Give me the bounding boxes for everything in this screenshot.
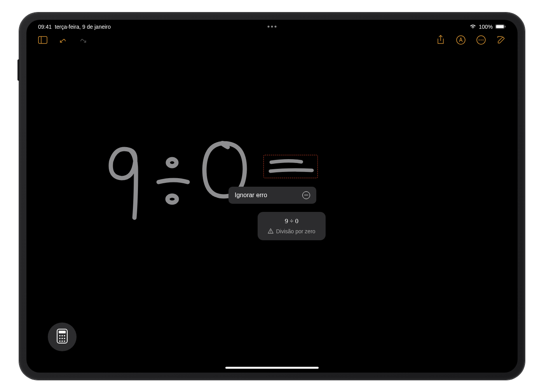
error-detail-card: 9 ÷ 0 Divisão por zero [258,212,326,240]
ipad-device-frame: 09:41 terça-feira, 9 de janeiro 100% [19,13,525,380]
calculator-button[interactable] [48,323,77,351]
status-date: terça-feira, 9 de janeiro [55,24,111,30]
sidebar-toggle-icon[interactable] [38,35,47,45]
ignore-error-popup[interactable]: Ignorar erro [228,187,316,204]
svg-point-18 [64,335,65,336]
error-expression: 9 ÷ 0 [265,217,318,225]
battery-icon [495,24,506,29]
status-bar-left: 09:41 terça-feira, 9 de janeiro [38,24,111,30]
status-bar-right: 100% [469,24,506,30]
share-icon[interactable] [436,35,445,45]
svg-rect-1 [496,25,504,28]
wifi-icon [469,24,476,29]
redo-icon [78,35,88,45]
error-highlight[interactable] [263,155,318,178]
canvas-area[interactable]: Ignorar erro 9 ÷ 0 Divisão por zero [26,55,518,373]
undo-icon[interactable] [58,35,68,45]
screen: 09:41 terça-feira, 9 de janeiro 100% [26,20,518,373]
svg-rect-15 [59,331,66,333]
more-icon[interactable] [476,35,486,45]
compose-icon[interactable] [497,35,506,45]
svg-point-19 [59,338,61,339]
svg-rect-2 [505,26,506,28]
ignore-error-label: Ignorar erro [235,192,267,199]
multitasking-dots[interactable] [268,26,277,28]
error-message-row: Divisão por zero [265,228,318,235]
battery-percent: 100% [479,24,493,30]
dismiss-icon[interactable] [302,191,310,199]
handwritten-expression [100,132,263,222]
svg-point-8 [481,39,482,40]
svg-point-21 [64,338,65,339]
markup-icon[interactable] [456,35,466,45]
app-toolbar [26,31,518,49]
svg-point-11 [167,196,177,203]
svg-point-5 [457,36,465,44]
error-message-text: Divisão por zero [276,228,315,234]
status-bar: 09:41 terça-feira, 9 de janeiro 100% [26,20,518,31]
svg-point-17 [61,335,63,336]
status-time: 09:41 [38,24,52,30]
svg-rect-3 [38,36,47,43]
calculator-icon [57,329,68,345]
svg-point-10 [168,159,176,166]
svg-point-24 [64,340,65,342]
home-indicator[interactable] [225,367,319,369]
svg-point-22 [59,340,61,342]
svg-point-16 [59,335,61,336]
svg-point-7 [479,39,480,40]
svg-point-20 [61,338,63,339]
svg-point-23 [61,340,63,342]
svg-point-13 [270,232,271,233]
warning-icon [268,228,274,235]
svg-point-9 [483,39,484,40]
